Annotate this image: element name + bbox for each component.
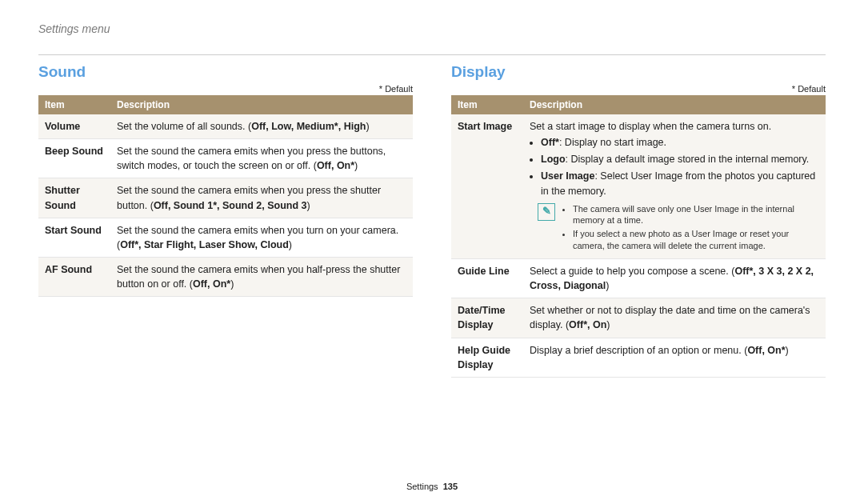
sound-desc-start: Set the sound the camera emits when you … [110, 218, 413, 257]
page: Settings menu Sound * Default Item Descr… [0, 0, 864, 504]
note-item: If you select a new photo as a User Imag… [573, 228, 819, 252]
opts: Off, On* [747, 345, 785, 356]
sound-item-shutter: Shutter Sound [38, 178, 110, 218]
sound-item-start: Start Sound [38, 218, 110, 257]
txt: Set the sound the camera emits when you … [117, 264, 400, 290]
opts: Off, Low, Medium*, High [251, 121, 366, 132]
opt-label: Off* [541, 137, 559, 148]
start-image-bullets: Off*: Display no start image. Logo: Disp… [530, 135, 819, 198]
sound-desc-shutter: Set the sound the camera emits when you … [110, 178, 413, 218]
table-row: AF Sound Set the sound the camera emits … [38, 257, 413, 296]
sound-th-item: Item [38, 95, 110, 114]
sound-table: Item Description Volume Set the volume o… [38, 95, 413, 297]
sound-item-beep: Beep Sound [38, 139, 110, 178]
list-item: Off*: Display no start image. [541, 135, 819, 150]
columns: Sound * Default Item Description Volume … [38, 63, 826, 378]
txt: ) [606, 280, 609, 291]
rule-top [38, 54, 826, 55]
display-desc-guideline: Select a guide to help you compose a sce… [523, 259, 826, 298]
note-icon: ✎ [538, 203, 555, 221]
opt-label: User Image [541, 170, 594, 182]
list-item: User Image: Select User Image from the p… [541, 169, 819, 198]
table-row: Shutter Sound Set the sound the camera e… [38, 178, 413, 218]
opts: Off, On* [317, 160, 354, 171]
txt: ) [786, 345, 789, 356]
sound-item-af: AF Sound [38, 257, 110, 296]
table-row: Volume Set the volume of all sounds. (Of… [38, 114, 413, 139]
note-box: ✎ The camera will save only one User Ima… [530, 203, 819, 254]
sound-item-volume: Volume [38, 114, 110, 139]
display-desc-helpguide: Display a brief description of an option… [523, 338, 826, 377]
txt: ) [307, 200, 310, 211]
sound-desc-volume: Set the volume of all sounds. (Off, Low,… [110, 114, 413, 139]
txt: ) [354, 160, 358, 171]
display-desc-datetime: Set whether or not to display the date a… [523, 298, 826, 338]
opts: Off, On* [193, 278, 230, 290]
table-row: Beep Sound Set the sound the camera emit… [38, 139, 413, 178]
sound-desc-beep: Set the sound the camera emits when you … [110, 139, 413, 178]
sound-title: Sound [38, 63, 413, 81]
display-item-startimage: Start Image [451, 114, 523, 259]
display-th-desc: Description [523, 95, 826, 114]
sound-th-desc: Description [110, 95, 413, 114]
display-item-helpguide: Help Guide Display [451, 338, 523, 377]
table-row: Start Image Set a start image to display… [451, 114, 826, 259]
table-row: Date/Time Display Set whether or not to … [451, 298, 826, 338]
display-column: Display * Default Item Description Start… [451, 63, 826, 378]
note-list: The camera will save only one User Image… [562, 203, 819, 254]
display-desc-startimage: Set a start image to display when the ca… [523, 114, 826, 259]
note-item: The camera will save only one User Image… [573, 203, 819, 227]
txt: ) [366, 121, 369, 132]
default-note-sound: * Default [38, 84, 413, 94]
txt: ) [289, 239, 292, 250]
table-row: Start Sound Set the sound the camera emi… [38, 218, 413, 257]
display-table: Item Description Start Image Set a start… [451, 95, 826, 378]
display-title: Display [451, 63, 826, 81]
default-note-display: * Default [451, 84, 826, 94]
sound-column: Sound * Default Item Description Volume … [38, 63, 413, 378]
footer-page: 135 [443, 482, 458, 491]
txt: Set the volume of all sounds. ( [117, 121, 251, 132]
txt: Set a start image to display when the ca… [530, 119, 819, 134]
txt: ) [606, 319, 610, 330]
txt: : Display no start image. [559, 137, 666, 148]
table-row: Guide Line Select a guide to help you co… [451, 259, 826, 298]
list-item: Logo: Display a default image stored in … [541, 152, 819, 166]
txt: : Display a default image stored in the … [566, 154, 810, 165]
opts: Off*, On [569, 319, 606, 330]
txt: Display a brief description of an option… [530, 345, 747, 356]
footer-section: Settings [406, 482, 438, 491]
page-footer: Settings 135 [0, 482, 864, 491]
table-row: Help Guide Display Display a brief descr… [451, 338, 826, 377]
txt: Select a guide to help you compose a sce… [530, 266, 734, 277]
opts: Off, Sound 1*, Sound 2, Sound 3 [154, 200, 307, 211]
sound-header-row: Item Description [38, 95, 413, 114]
breadcrumb: Settings menu [38, 22, 826, 35]
sound-desc-af: Set the sound the camera emits when you … [110, 257, 413, 296]
display-th-item: Item [451, 95, 523, 114]
display-item-datetime: Date/Time Display [451, 298, 523, 338]
display-item-guideline: Guide Line [451, 259, 523, 298]
opt-label: Logo [541, 154, 566, 165]
display-header-row: Item Description [451, 95, 826, 114]
txt: ) [230, 278, 234, 290]
opts: Off*, Star Flight, Laser Show, Cloud [120, 239, 289, 250]
